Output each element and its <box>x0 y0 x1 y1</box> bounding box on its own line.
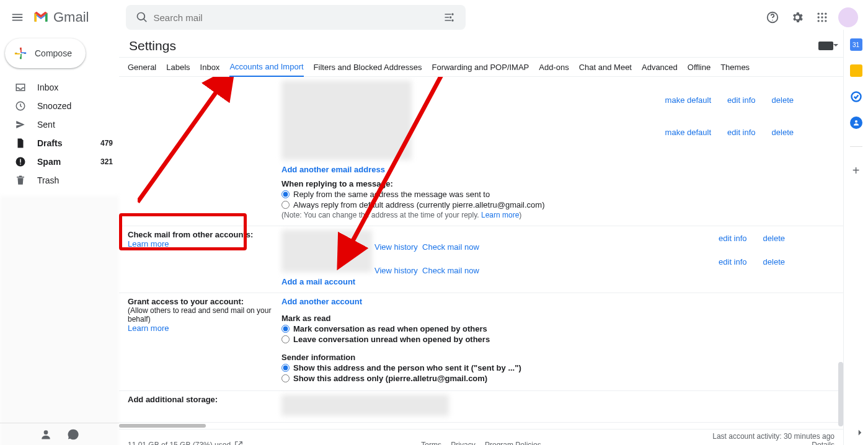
sendas-delete-link-2[interactable]: delete <box>772 128 794 137</box>
add-mail-account-link[interactable]: Add a mail account <box>281 277 355 286</box>
sender-info-heading: Sender information <box>281 353 835 362</box>
check-mail-now-link-2[interactable]: Check mail now <box>422 266 479 275</box>
sendas-make-default-link[interactable]: make default <box>665 95 711 105</box>
svg-point-6 <box>821 13 823 15</box>
page-title: Settings <box>129 38 176 53</box>
account-avatar[interactable] <box>838 7 858 27</box>
open-storage-icon[interactable] <box>234 441 243 445</box>
svg-point-9 <box>821 16 823 18</box>
svg-point-2 <box>452 19 454 21</box>
tab-labels[interactable]: Labels <box>166 63 190 72</box>
search-bar[interactable] <box>126 5 466 30</box>
inbox-icon <box>15 82 26 93</box>
tab-accounts-and-import[interactable]: Accounts and Import <box>229 57 303 77</box>
pop-edit-info-link-2[interactable]: edit info <box>719 257 747 267</box>
tab-chat-and-meet[interactable]: Chat and Meet <box>579 63 632 72</box>
tab-general[interactable]: General <box>128 63 156 72</box>
svg-point-12 <box>821 20 823 22</box>
reply-same-address-option[interactable]: Reply from the same address the message … <box>281 190 835 199</box>
sidebar-item-snoozed[interactable]: Snoozed <box>0 97 119 115</box>
tab-filters-and-blocked-addresses[interactable]: Filters and Blocked Addresses <box>314 63 422 72</box>
send-icon <box>15 119 26 130</box>
sidebar-item-trash[interactable]: Trash <box>0 171 119 190</box>
bang-icon <box>15 156 26 167</box>
file-icon <box>15 138 26 149</box>
checkmail-learn-more-link[interactable]: Learn more <box>128 239 169 249</box>
search-icon[interactable] <box>131 6 153 29</box>
tab-forwarding-and-pop-imap[interactable]: Forwarding and POP/IMAP <box>432 63 529 72</box>
vertical-scrollbar[interactable] <box>838 362 843 426</box>
check-mail-now-link[interactable]: Check mail now <box>422 242 479 252</box>
calendar-addon-icon[interactable]: 31 <box>850 38 862 51</box>
input-tools-toggle[interactable] <box>818 42 833 50</box>
tab-advanced[interactable]: Advanced <box>642 63 678 72</box>
hangouts-person-icon[interactable] <box>40 428 52 441</box>
main-menu-button[interactable] <box>5 5 30 30</box>
apps-grid-icon[interactable] <box>811 6 833 29</box>
show-address-only-option[interactable]: Show this address only (pierre.alletru@g… <box>281 374 835 383</box>
add-email-address-link[interactable]: Add another email address <box>281 165 385 174</box>
tab-add-ons[interactable]: Add-ons <box>539 63 569 72</box>
checkmail-label: Check mail from other accounts: <box>128 230 253 239</box>
clock-icon <box>15 100 26 112</box>
grant-access-sublabel: (Allow others to read and send mail on y… <box>128 306 281 324</box>
sendas-make-default-link-2[interactable]: make default <box>665 128 711 137</box>
gmail-logo[interactable]: Gmail <box>32 9 89 26</box>
leave-unread-option[interactable]: Leave conversation unread when opened by… <box>281 335 835 344</box>
keep-addon-icon[interactable] <box>850 64 862 77</box>
reply-learn-more-link[interactable]: Learn more <box>481 211 519 219</box>
tab-offline[interactable]: Offline <box>688 63 711 72</box>
get-addons-button[interactable]: + <box>852 164 860 177</box>
tasks-addon-icon[interactable] <box>850 90 862 103</box>
pop-edit-info-link[interactable]: edit info <box>719 234 747 243</box>
gmail-icon <box>32 9 50 26</box>
sidebar-item-inbox[interactable]: Inbox <box>0 78 119 97</box>
sidebar-item-label: Inbox <box>37 82 58 92</box>
show-sent-by-option[interactable]: Show this address and the person who sen… <box>281 363 835 372</box>
search-input[interactable] <box>153 12 438 23</box>
add-another-account-link[interactable]: Add another account <box>281 297 362 306</box>
svg-point-8 <box>818 16 820 18</box>
sidebar-labels-blurred <box>0 196 119 445</box>
sidebar-item-spam[interactable]: Spam321 <box>0 152 119 171</box>
mark-read-option[interactable]: Mark conversation as read when opened by… <box>281 324 835 333</box>
horizontal-scrollbar[interactable] <box>119 423 843 429</box>
svg-point-18 <box>44 430 48 434</box>
collapse-sidepanel-icon[interactable] <box>854 427 866 440</box>
pop-delete-link[interactable]: delete <box>763 234 785 243</box>
view-history-link[interactable]: View history <box>374 242 418 252</box>
svg-point-4 <box>772 20 773 20</box>
privacy-link[interactable]: Privacy <box>451 441 475 445</box>
search-options-icon[interactable] <box>438 6 461 29</box>
settings-gear-icon[interactable] <box>786 6 808 29</box>
storage-content-blurred <box>281 395 449 416</box>
details-link[interactable]: Details <box>812 441 835 445</box>
sendas-delete-link[interactable]: delete <box>772 95 794 105</box>
svg-point-22 <box>855 120 857 123</box>
svg-point-7 <box>825 13 826 15</box>
hangouts-chat-icon[interactable] <box>67 428 79 441</box>
contacts-addon-icon[interactable] <box>850 117 862 129</box>
sidebar-item-sent[interactable]: Sent <box>0 115 119 134</box>
terms-link[interactable]: Terms <box>421 441 441 445</box>
pop-delete-link-2[interactable]: delete <box>763 257 785 267</box>
sendas-edit-info-link-2[interactable]: edit info <box>727 128 756 137</box>
sidebar-item-count: 321 <box>100 157 113 166</box>
sendas-edit-info-link[interactable]: edit info <box>727 95 756 105</box>
sidebar-item-label: Spam <box>37 157 61 167</box>
svg-point-5 <box>818 13 820 15</box>
support-icon[interactable] <box>761 6 784 29</box>
sidebar-item-drafts[interactable]: Drafts479 <box>0 134 119 152</box>
compose-button[interactable]: Compose <box>5 38 86 68</box>
reply-default-address-option[interactable]: Always reply from default address (curre… <box>281 200 835 209</box>
add-storage-label: Add additional storage: <box>128 395 218 404</box>
tab-inbox[interactable]: Inbox <box>200 63 220 72</box>
svg-point-1 <box>450 16 451 18</box>
policies-link[interactable]: Program Policies <box>485 441 541 445</box>
svg-rect-16 <box>20 159 21 163</box>
tab-themes[interactable]: Themes <box>720 63 750 72</box>
svg-point-10 <box>825 16 826 18</box>
grant-access-label: Grant access to your account: <box>128 297 244 306</box>
grant-learn-more-link[interactable]: Learn more <box>128 324 169 333</box>
view-history-link-2[interactable]: View history <box>374 266 418 275</box>
